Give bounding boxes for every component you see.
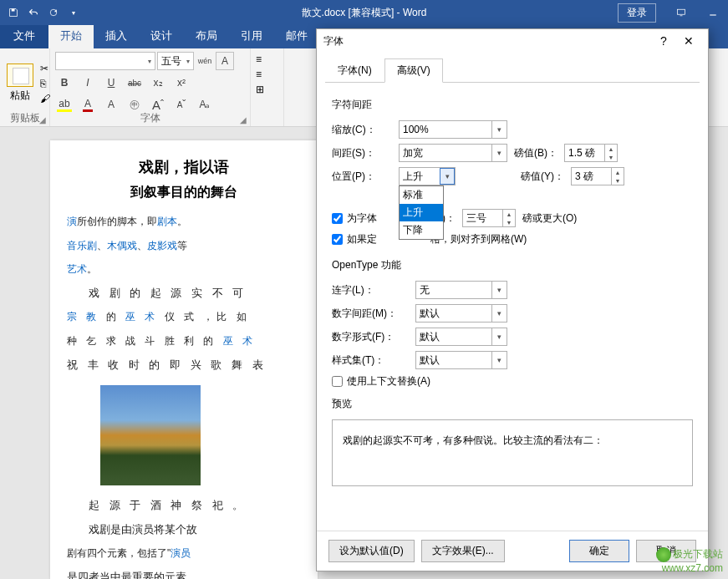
subscript-button[interactable]: x₂ [149, 74, 167, 92]
paragraph-group: ≡ ≡ ⊞ [251, 48, 284, 126]
borders-icon[interactable]: ⊞ [256, 84, 264, 95]
hyperlink[interactable]: 木偶戏 [107, 240, 137, 251]
superscript-button[interactable]: x² [172, 74, 191, 92]
chevron-down-icon: ▾ [491, 352, 507, 368]
align-left-icon[interactable]: ≡ [256, 69, 262, 80]
doc-paragraph: 起 源 于 酒 神 祭 祀 。 [67, 494, 301, 518]
points1-spinner[interactable]: 1.5 磅▲▼ [564, 144, 618, 162]
num-form-combo[interactable]: 默认▾ [415, 328, 507, 346]
hyperlink[interactable]: 演员 [171, 547, 191, 559]
preview-box: 戏剧的起源实不可考，有多种假说。比较主流的看法有二： [332, 419, 693, 486]
menu-file[interactable]: 文件 [0, 23, 48, 48]
document-page[interactable]: 戏剧，指以语 到叙事目的的舞台 演所创作的脚本，即剧本。 音乐剧、木偶戏、皮影戏… [50, 140, 318, 579]
clipboard-group: 粘贴 ✂ ⎘ 🖌 剪贴板◢ [0, 48, 50, 126]
hyperlink[interactable]: 剧本 [157, 216, 177, 227]
hyperlink[interactable]: 巫 术 [223, 335, 256, 347]
kerning-checkbox[interactable]: 为字体 [332, 211, 377, 226]
hyperlink[interactable]: 音乐剧 [67, 240, 97, 251]
ligature-combo[interactable]: 无▾ [415, 281, 507, 299]
clipboard-launcher-icon[interactable]: ◢ [38, 115, 48, 125]
paste-button[interactable]: 粘贴 [7, 63, 33, 103]
chevron-down-icon: ▾ [491, 145, 507, 161]
hyperlink[interactable]: 皮影戏 [147, 240, 177, 251]
set-default-button[interactable]: 设为默认值(D) [328, 540, 415, 562]
undo-icon[interactable] [27, 6, 40, 19]
points2-spinner[interactable]: 3 磅▲▼ [571, 167, 624, 185]
cancel-button[interactable]: 取消 [636, 540, 696, 562]
svg-rect-0 [12, 9, 15, 12]
help-icon[interactable]: ? [651, 31, 676, 51]
minimize-icon[interactable] [698, 0, 728, 25]
qat-dropdown-icon[interactable]: ▾ [67, 6, 80, 19]
preview-label: 预览 [332, 397, 693, 411]
dialog-titlebar: 字体 ? ✕ [317, 29, 708, 53]
font-group-label: 字体 [140, 112, 160, 124]
tab-font[interactable]: 字体(N) [325, 58, 384, 83]
dialog-footer: 设为默认值(D) 文字效果(E)... 确定 取消 [317, 531, 708, 571]
kern-suffix-label: 磅或更大(O) [522, 211, 577, 226]
snap-grid-checkbox[interactable]: 如果定 [332, 232, 377, 246]
num-spacing-label: 数字间距(M)： [332, 307, 409, 321]
doc-paragraph: 祝 丰 收 时 的 即 兴 歌 舞 表 [67, 353, 301, 378]
spin-up-icon: ▲ [605, 145, 617, 153]
char-border-icon[interactable]: A [216, 52, 234, 70]
doc-paragraph: 是四者当中最重要的元素， [67, 566, 301, 579]
option-down[interactable]: 下降 [400, 221, 443, 239]
ok-button[interactable]: 确定 [569, 540, 629, 562]
strikethrough-button[interactable]: abc [125, 74, 144, 92]
title-bar: ▾ 散文.docx [兼容模式] - Word 登录 [0, 0, 728, 25]
doc-paragraph: 戏剧是由演员将某个故 [67, 518, 301, 542]
paste-icon [7, 63, 33, 87]
font-launcher-icon[interactable]: ◢ [238, 115, 248, 125]
bullets-icon[interactable]: ≡ [256, 53, 262, 65]
hyperlink[interactable]: 巫 术 [125, 311, 158, 323]
spin-down-icon: ▼ [612, 176, 624, 185]
menu-insert[interactable]: 插入 [94, 23, 139, 48]
hyperlink[interactable]: 演 [67, 216, 77, 227]
font-name-combo[interactable]: ▾ [55, 52, 155, 70]
kerning-size-spinner[interactable]: 三号▲▼ [462, 209, 516, 227]
doc-heading-1: 戏剧，指以语 [67, 157, 301, 177]
option-standard[interactable]: 标准 [400, 186, 443, 204]
login-button[interactable]: 登录 [618, 3, 656, 23]
ribbon-options-icon[interactable] [666, 0, 696, 25]
ligature-label: 连字(L)： [332, 283, 409, 297]
menu-mailings[interactable]: 邮件 [274, 23, 319, 48]
document-image[interactable] [100, 385, 201, 485]
close-icon[interactable]: ✕ [676, 31, 701, 51]
spacing-combo[interactable]: 加宽▾ [399, 144, 507, 162]
font-size-combo[interactable]: 五号▾ [157, 52, 194, 70]
menu-home[interactable]: 开始 [48, 23, 94, 48]
grid-suffix-label: 格，则对齐到网格(W) [430, 232, 527, 246]
doc-heading-2: 到叙事目的的舞台 [67, 184, 301, 201]
phonetic-guide-icon[interactable]: wén [196, 52, 214, 70]
spin-down-icon: ▼ [605, 153, 617, 161]
tab-advanced[interactable]: 高级(V) [384, 58, 443, 83]
option-up[interactable]: 上升 [400, 204, 443, 221]
spin-up-icon: ▲ [612, 168, 624, 176]
hyperlink[interactable]: 艺术 [67, 263, 87, 275]
menu-references[interactable]: 引用 [229, 23, 274, 48]
num-spacing-combo[interactable]: 默认▾ [415, 304, 507, 323]
dialog-tabs: 字体(N) 高级(V) [325, 58, 700, 83]
text-effects-button[interactable]: 文字效果(E)... [421, 540, 505, 562]
context-alt-checkbox[interactable]: 使用上下文替换(A) [332, 374, 430, 389]
menu-design[interactable]: 设计 [139, 23, 184, 48]
hyperlink[interactable]: 宗 教 [67, 311, 99, 323]
chevron-down-icon: ▾ [491, 305, 507, 322]
underline-button[interactable]: U [102, 74, 120, 92]
italic-button[interactable]: I [79, 74, 97, 92]
save-icon[interactable] [7, 6, 20, 19]
menu-layout[interactable]: 布局 [184, 23, 229, 48]
quick-access-toolbar: ▾ [0, 6, 80, 19]
redo-icon[interactable] [47, 6, 60, 19]
style-set-combo[interactable]: 默认▾ [415, 351, 507, 369]
style-set-label: 样式集(T)： [332, 353, 409, 368]
document-title: 散文.docx [兼容模式] - Word [302, 6, 427, 20]
dialog-body: 字符间距 缩放(C)： 100%▾ 间距(S)： 加宽▾ 磅值(B)： 1.5 … [317, 83, 708, 531]
bold-button[interactable]: B [55, 74, 74, 92]
scale-combo[interactable]: 100%▾ [399, 120, 507, 139]
preview-text: 戏剧的起源实不可考，有多种假说。比较主流的看法有二： [343, 434, 603, 446]
chevron-down-icon: ▾ [440, 168, 455, 185]
position-combo[interactable]: 上升▾ 标准 上升 下降 [399, 167, 456, 185]
